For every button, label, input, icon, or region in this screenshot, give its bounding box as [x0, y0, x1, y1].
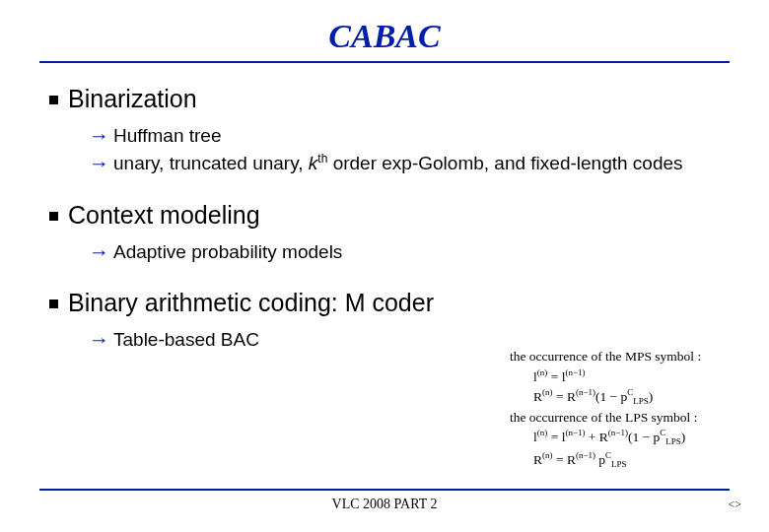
arrow-icon: →	[89, 123, 109, 149]
math-eq: R(n) = R(n−1)(1 − pCLPS)	[510, 386, 764, 408]
list-item: → Adaptive probability models	[89, 239, 730, 265]
math-line: the occurrence of the MPS symbol :	[510, 347, 764, 366]
bullet-square-icon	[49, 96, 58, 104]
arrow-icon: →	[89, 151, 109, 176]
bullet-square-icon	[49, 212, 58, 221]
footer-text: VLC 2008 PART 2	[0, 497, 769, 512]
list-item: → unary, truncated unary, kth order exp-…	[89, 151, 730, 176]
slide: CABAC Binarization → Huffman tree → unar…	[0, 0, 769, 532]
section-binarization: Binarization → Huffman tree → unary, tru…	[49, 85, 730, 177]
math-formulas: the occurrence of the MPS symbol : l(n) …	[510, 347, 764, 471]
list-item-text: Table-based BAC	[113, 327, 259, 353]
title-divider	[39, 61, 730, 63]
list-item-text: Adaptive probability models	[113, 239, 342, 265]
section-heading-text: Binary arithmetic coding: M coder	[68, 289, 434, 317]
bullet-square-icon	[49, 299, 58, 308]
sub-list: → Adaptive probability models	[89, 239, 730, 265]
arrow-icon: →	[89, 239, 109, 265]
content-area: Binarization → Huffman tree → unary, tru…	[39, 85, 730, 353]
section-heading: Context modeling	[49, 201, 730, 230]
list-item-text: Huffman tree	[113, 123, 221, 149]
section-heading: Binarization	[49, 85, 730, 113]
section-binary-arithmetic: Binary arithmetic coding: M coder → Tabl…	[49, 289, 730, 353]
section-heading: Binary arithmetic coding: M coder	[49, 289, 730, 317]
math-line: the occurrence of the LPS symbol :	[510, 408, 764, 428]
footer-divider	[39, 489, 730, 491]
page-nav[interactable]: <>	[728, 498, 741, 512]
arrow-icon: →	[89, 327, 109, 353]
section-context-modeling: Context modeling → Adaptive probability …	[49, 201, 730, 265]
math-eq: l(n) = l(n−1) + R(n−1)(1 − pCLPS)	[510, 427, 764, 448]
section-heading-text: Context modeling	[68, 201, 260, 230]
math-eq: l(n) = l(n−1)	[510, 366, 764, 386]
list-item: → Huffman tree	[89, 123, 730, 149]
slide-title: CABAC	[39, 18, 730, 55]
list-item-text: unary, truncated unary, kth order exp-Go…	[113, 151, 683, 176]
section-heading-text: Binarization	[68, 85, 197, 113]
sub-list: → Huffman tree → unary, truncated unary,…	[89, 123, 730, 177]
math-eq: R(n) = R(n−1) pCLPS	[510, 449, 764, 471]
